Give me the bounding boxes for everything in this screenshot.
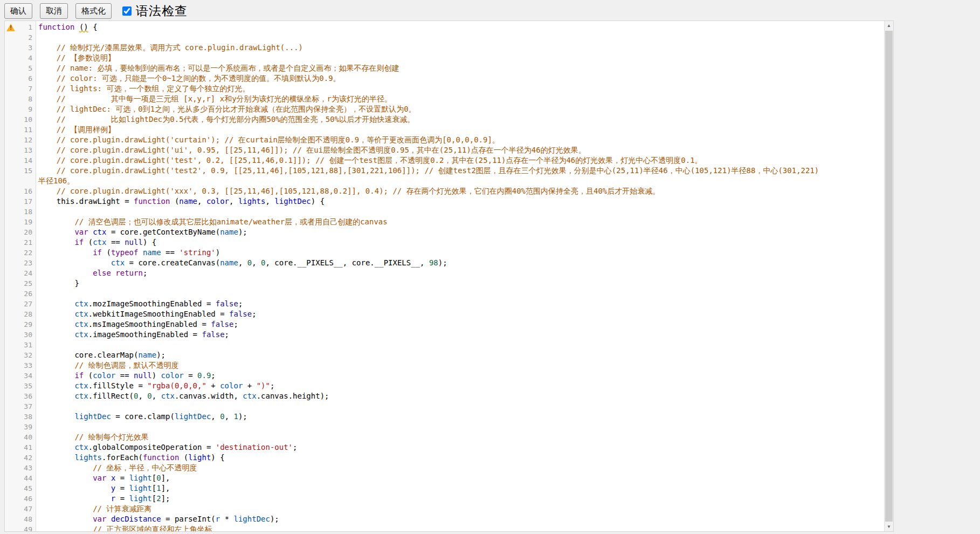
code-line-text[interactable]: // 比如lightDec为0.5代表，每个灯光部分内圈50%的范围全亮，50%… bbox=[36, 114, 884, 125]
code-line[interactable]: 23 ctx = core.createCanvas(name, 0, 0, c… bbox=[5, 258, 884, 268]
code-line[interactable]: 35 ctx.fillStyle = "rgba(0,0,0," + color… bbox=[5, 381, 884, 391]
code-line-text[interactable]: lights.forEach(function (light) { bbox=[36, 453, 884, 463]
code-line[interactable]: 16 // core.plugin.drawLight('xxx', 0.3, … bbox=[5, 186, 884, 196]
code-line-text[interactable]: if (typeof name == 'string') bbox=[36, 248, 884, 258]
code-line-text[interactable]: var decDistance = parseInt(r * lightDec)… bbox=[36, 514, 884, 524]
code-line-text[interactable]: // core.plugin.drawLight('curtain'); // … bbox=[36, 135, 884, 145]
code-line-text[interactable]: // 【参数说明】 bbox=[36, 53, 884, 63]
code-line-text[interactable]: if (color == null) color = 0.9; bbox=[36, 371, 884, 381]
code-line[interactable]: 12 // core.plugin.drawLight('curtain'); … bbox=[5, 135, 884, 145]
code-line-text[interactable]: var x = light[0], bbox=[36, 473, 884, 483]
code-line-text[interactable]: core.clearMap(name); bbox=[36, 350, 884, 360]
code-line[interactable]: 3 // 绘制灯光/漆黑层效果。调用方式 core.plugin.drawLig… bbox=[5, 43, 884, 53]
code-line[interactable]: 6 // color: 可选，只能是一个0~1之间的数，为不透明度的值。不填则默… bbox=[5, 73, 884, 84]
code-line-text[interactable] bbox=[36, 289, 884, 299]
code-line-text[interactable]: ctx.fillStyle = "rgba(0,0,0," + color + … bbox=[36, 381, 884, 391]
code-line-text[interactable] bbox=[36, 401, 884, 412]
code-line[interactable]: 18 bbox=[5, 207, 884, 217]
code-line-text[interactable]: lightDec = core.clamp(lightDec, 0, 1); bbox=[36, 412, 884, 422]
code-line[interactable]: 48 var decDistance = parseInt(r * lightD… bbox=[5, 514, 884, 524]
code-line[interactable]: 19 // 清空色调层；也可以修改成其它层比如animate/weather层，… bbox=[5, 217, 884, 227]
code-line-text[interactable]: r = light[2]; bbox=[36, 494, 884, 504]
code-line[interactable]: 41 ctx.globalCompositeOperation = 'desti… bbox=[5, 442, 884, 453]
code-line[interactable]: 15 // core.plugin.drawLight('test2', 0.9… bbox=[5, 166, 884, 176]
code-line-text[interactable]: // 绘制灯光/漆黑层效果。调用方式 core.plugin.drawLight… bbox=[36, 43, 884, 53]
syntax-check-checkbox[interactable] bbox=[122, 6, 132, 16]
code-line-text[interactable]: } bbox=[36, 278, 884, 289]
code-line[interactable]: 21 if (ctx == null) { bbox=[5, 237, 884, 248]
code-line-text[interactable]: if (ctx == null) { bbox=[36, 237, 884, 248]
code-line[interactable]: 半径106。 bbox=[5, 176, 884, 186]
code-line[interactable]: 47 // 计算衰减距离 bbox=[5, 504, 884, 514]
scrollbar-thumb[interactable] bbox=[885, 31, 893, 522]
code-line-text[interactable]: // 【调用样例】 bbox=[36, 125, 884, 135]
code-line[interactable]: 34 if (color == null) color = 0.9; bbox=[5, 371, 884, 381]
code-line[interactable]: 39 bbox=[5, 422, 884, 432]
code-line[interactable]: 33 // 绘制色调层，默认不透明度 bbox=[5, 360, 884, 371]
code-line[interactable]: 27 ctx.mozImageSmoothingEnabled = false; bbox=[5, 299, 884, 309]
code-line[interactable]: 10 // 比如lightDec为0.5代表，每个灯光部分内圈50%的范围全亮，… bbox=[5, 114, 884, 125]
code-line-text[interactable]: // lightDec: 可选，0到1之间，光从多少百分比才开始衰减（在此范围内… bbox=[36, 104, 884, 114]
code-line[interactable]: 13 // core.plugin.drawLight('ui', 0.95, … bbox=[5, 145, 884, 155]
code-line[interactable]: 24 else return; bbox=[5, 268, 884, 278]
code-line[interactable]: 40 // 绘制每个灯光效果 bbox=[5, 432, 884, 442]
code-line-text[interactable] bbox=[36, 32, 884, 43]
code-line[interactable]: 32 core.clearMap(name); bbox=[5, 350, 884, 360]
code-line[interactable]: 46 r = light[2]; bbox=[5, 494, 884, 504]
code-line-text[interactable]: // 其中每一项是三元组 [x,y,r] x和y分别为该灯光的横纵坐标，r为该灯… bbox=[36, 94, 884, 104]
code-line-text[interactable]: 半径106。 bbox=[36, 176, 884, 186]
code-line-text[interactable]: // 绘制每个灯光效果 bbox=[36, 432, 884, 442]
code-line[interactable]: 4 // 【参数说明】 bbox=[5, 53, 884, 63]
code-line[interactable]: 38 lightDec = core.clamp(lightDec, 0, 1)… bbox=[5, 412, 884, 422]
code-line[interactable]: 29 ctx.msImageSmoothingEnabled = false; bbox=[5, 319, 884, 330]
code-line[interactable]: 17 this.drawLight = function (name, colo… bbox=[5, 196, 884, 207]
scrollbar-down-button[interactable]: ▼ bbox=[885, 522, 893, 531]
code-line[interactable]: 14 // core.plugin.drawLight('test', 0.2,… bbox=[5, 155, 884, 166]
code-line-text[interactable] bbox=[36, 207, 884, 217]
code-line[interactable]: !1function () { bbox=[5, 22, 884, 32]
code-line-text[interactable]: y = light[1], bbox=[36, 483, 884, 494]
code-line-text[interactable]: // core.plugin.drawLight('test', 0.2, [[… bbox=[36, 155, 884, 166]
code-line[interactable]: 28 ctx.webkitImageSmoothingEnabled = fal… bbox=[5, 309, 884, 319]
code-line-text[interactable]: function () { bbox=[36, 22, 884, 32]
code-line[interactable]: 11 // 【调用样例】 bbox=[5, 125, 884, 135]
code-line-text[interactable]: // lights: 可选，一个数组，定义了每个独立的灯光。 bbox=[36, 84, 884, 94]
code-line-text[interactable]: // name: 必填，要绘制到的画布名；可以是一个系统画布，或者是个自定义画布… bbox=[36, 63, 884, 73]
lint-warning-icon[interactable]: ! bbox=[5, 22, 17, 32]
code-line[interactable]: 49 // 正方形区域的直径和左上角坐标 bbox=[5, 524, 884, 531]
code-line[interactable]: 26 bbox=[5, 289, 884, 299]
code-line-text[interactable]: // core.plugin.drawLight('test2', 0.9, [… bbox=[36, 166, 884, 176]
code-line-text[interactable] bbox=[36, 422, 884, 432]
code-line[interactable]: 37 bbox=[5, 401, 884, 412]
code-line-text[interactable]: ctx.fillRect(0, 0, ctx.canvas.width, ctx… bbox=[36, 391, 884, 401]
code-line[interactable]: 43 // 坐标，半径，中心不透明度 bbox=[5, 463, 884, 473]
cancel-button[interactable]: 取消 bbox=[40, 3, 68, 19]
code-line-text[interactable] bbox=[36, 340, 884, 350]
code-line[interactable]: 45 y = light[1], bbox=[5, 483, 884, 494]
code-line[interactable]: 9 // lightDec: 可选，0到1之间，光从多少百分比才开始衰减（在此范… bbox=[5, 104, 884, 114]
code-line-text[interactable]: var ctx = core.getContextByName(name); bbox=[36, 227, 884, 237]
code-line-text[interactable]: ctx.imageSmoothingEnabled = false; bbox=[36, 330, 884, 340]
code-line-text[interactable]: // core.plugin.drawLight('ui', 0.95, [[2… bbox=[36, 145, 884, 155]
code-line-text[interactable]: // color: 可选，只能是一个0~1之间的数，为不透明度的值。不填则默认为… bbox=[36, 73, 884, 84]
code-line[interactable]: 44 var x = light[0], bbox=[5, 473, 884, 483]
code-line[interactable]: 31 bbox=[5, 340, 884, 350]
code-line-text[interactable]: this.drawLight = function (name, color, … bbox=[36, 196, 884, 207]
code-line-text[interactable]: ctx.globalCompositeOperation = 'destinat… bbox=[36, 442, 884, 453]
code-line[interactable]: 42 lights.forEach(function (light) { bbox=[5, 453, 884, 463]
code-line-text[interactable]: // 坐标，半径，中心不透明度 bbox=[36, 463, 884, 473]
confirm-button[interactable]: 确认 bbox=[4, 3, 32, 19]
code-line-text[interactable]: ctx = core.createCanvas(name, 0, 0, core… bbox=[36, 258, 884, 268]
code-line-text[interactable]: ctx.mozImageSmoothingEnabled = false; bbox=[36, 299, 884, 309]
code-line[interactable]: 5 // name: 必填，要绘制到的画布名；可以是一个系统画布，或者是个自定义… bbox=[5, 63, 884, 73]
code-rows[interactable]: !1function () {23 // 绘制灯光/漆黑层效果。调用方式 cor… bbox=[5, 22, 884, 531]
code-line-text[interactable]: ctx.msImageSmoothingEnabled = false; bbox=[36, 319, 884, 330]
code-line[interactable]: 8 // 其中每一项是三元组 [x,y,r] x和y分别为该灯光的横纵坐标，r为… bbox=[5, 94, 884, 104]
code-line-text[interactable]: // 绘制色调层，默认不透明度 bbox=[36, 360, 884, 371]
code-line[interactable]: 36 ctx.fillRect(0, 0, ctx.canvas.width, … bbox=[5, 391, 884, 401]
code-line[interactable]: 20 var ctx = core.getContextByName(name)… bbox=[5, 227, 884, 237]
scrollbar-up-button[interactable]: ▲ bbox=[885, 21, 893, 30]
code-line[interactable]: 30 ctx.imageSmoothingEnabled = false; bbox=[5, 330, 884, 340]
code-line-text[interactable]: // 正方形区域的直径和左上角坐标 bbox=[36, 524, 884, 531]
code-line-text[interactable]: ctx.webkitImageSmoothingEnabled = false; bbox=[36, 309, 884, 319]
